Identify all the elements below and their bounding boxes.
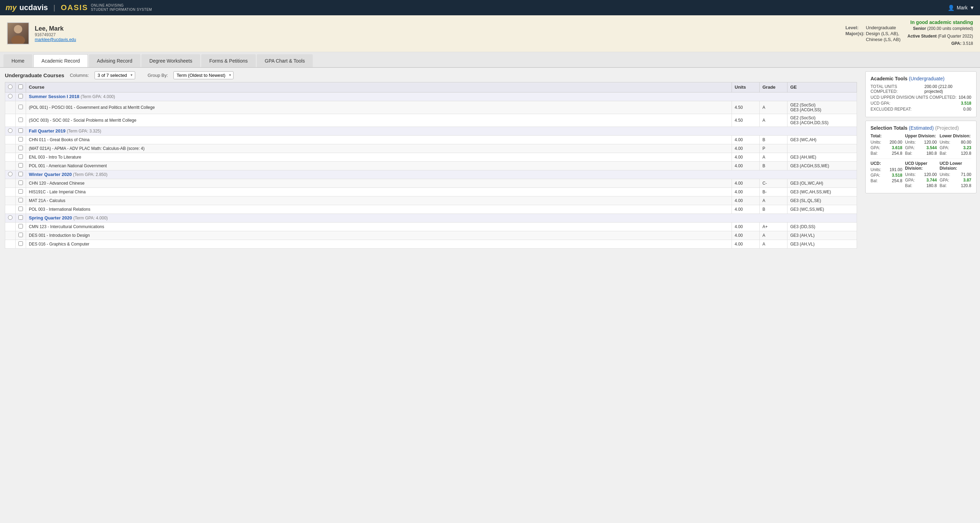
level-value: Undergraduate bbox=[866, 25, 901, 30]
course-check-cell bbox=[16, 239, 26, 248]
course-grade: B bbox=[760, 135, 788, 144]
ucd-lower-column: UCD Lower Division: Units:71.00 GPA:3.87… bbox=[940, 161, 971, 189]
course-grade: A bbox=[760, 231, 788, 239]
excluded-repeat-row: EXCLUDED REPEAT: 0.00 bbox=[870, 107, 971, 112]
term-radio[interactable] bbox=[8, 94, 13, 99]
course-radio-cell bbox=[5, 161, 16, 170]
table-row: (POL 001) - POSCI 001 - Government and P… bbox=[5, 101, 857, 114]
major-value2: Chinese (LS, AB) bbox=[866, 37, 901, 42]
course-radio-cell bbox=[5, 187, 16, 196]
course-units: 4.50 bbox=[732, 114, 760, 127]
course-checkbox[interactable] bbox=[18, 198, 23, 203]
course-name: CHN 120 - Advanced Chinese bbox=[26, 179, 732, 187]
course-check-cell bbox=[16, 153, 26, 161]
groupby-select-wrapper[interactable]: Term (Oldest to Newest) bbox=[173, 71, 234, 79]
course-radio-cell bbox=[5, 205, 16, 214]
course-checkbox[interactable] bbox=[18, 146, 23, 150]
radio-header bbox=[5, 82, 16, 92]
upper-div-label: UCD UPPER DIVISION UNITS COMPLETED: bbox=[870, 95, 956, 100]
term-check-cell bbox=[16, 170, 26, 179]
main-content: Undergraduate Courses Columns: 3 of 7 se… bbox=[0, 68, 980, 252]
term-radio[interactable] bbox=[8, 215, 13, 220]
course-ge: GE2 (SocSci)GE3 (ACGH,SS) bbox=[788, 101, 857, 114]
table-row: POL 001 - American National Government 4… bbox=[5, 161, 857, 170]
course-ge: GE3 (AH,VL) bbox=[788, 239, 857, 248]
course-grade: A bbox=[760, 114, 788, 127]
course-radio-cell bbox=[5, 231, 16, 239]
course-units: 4.00 bbox=[732, 161, 760, 170]
term-checkbox[interactable] bbox=[18, 128, 23, 133]
table-row: CHN 011 - Great Books of China 4.00 B GE… bbox=[5, 135, 857, 144]
term-check-cell bbox=[16, 127, 26, 135]
course-name: (MAT 021A) - APMA - ADV PLAC Math: Calcu… bbox=[26, 144, 732, 153]
course-checkbox[interactable] bbox=[18, 207, 23, 211]
tab-forms-petitions[interactable]: Forms & Petitions bbox=[201, 54, 255, 67]
table-row: MAT 21A - Calculus 4.00 A GE3 (SL,QL,SE) bbox=[5, 196, 857, 205]
columns-label: Columns: bbox=[70, 73, 89, 78]
course-checkbox[interactable] bbox=[18, 105, 23, 109]
tab-gpa-chart[interactable]: GPA Chart & Tools bbox=[257, 54, 313, 67]
term-checkbox[interactable] bbox=[18, 172, 23, 176]
course-radio-cell bbox=[5, 101, 16, 114]
standing-details: Senior (200.00 units completed) Active S… bbox=[907, 25, 973, 48]
ge-header: GE bbox=[788, 82, 857, 92]
course-grade: A bbox=[760, 239, 788, 248]
ucd-upper-header: UCD Upper Division: bbox=[905, 161, 937, 171]
course-radio-cell bbox=[5, 196, 16, 205]
ucd-header: UCD: bbox=[870, 161, 902, 166]
course-checkbox[interactable] bbox=[18, 189, 23, 194]
table-row: HIS191C - Late Imperial China 4.00 B- GE… bbox=[5, 187, 857, 196]
tab-academic-record[interactable]: Academic Record bbox=[33, 54, 88, 67]
gpa-row: UCD GPA: 3.518 bbox=[870, 101, 971, 106]
course-header: Course bbox=[26, 82, 732, 92]
total-units-value: 200.00 (212.00 projected) bbox=[924, 84, 971, 94]
student-email[interactable]: marklee@ucdavis.edu bbox=[35, 37, 825, 42]
academic-tools-title: Academic Tools (Undergraduate) bbox=[870, 76, 971, 81]
table-row: (SOC 003) - SOC 002 - Social Problems at… bbox=[5, 114, 857, 127]
controls-row: Undergraduate Courses Columns: 3 of 7 se… bbox=[5, 71, 857, 79]
user-dropdown-icon: ▼ bbox=[970, 5, 974, 10]
term-radio[interactable] bbox=[8, 128, 13, 133]
navigation-tabs: Home Academic Record Advising Record Deg… bbox=[0, 52, 980, 68]
tab-degree-worksheets[interactable]: Degree Worksheets bbox=[142, 54, 200, 67]
columns-select-wrapper[interactable]: 3 of 7 selected bbox=[94, 71, 135, 79]
tab-home[interactable]: Home bbox=[3, 54, 32, 67]
term-checkbox[interactable] bbox=[18, 94, 23, 99]
selection-totals-panel: Selection Totals (Estimated) (Projected)… bbox=[865, 121, 977, 193]
major-value1: Design (LS, AB), bbox=[866, 31, 901, 36]
standing-info: In good academic standing Senior (200.00… bbox=[907, 19, 973, 48]
course-checkbox[interactable] bbox=[18, 224, 23, 228]
term-checkbox[interactable] bbox=[18, 215, 23, 220]
course-checkbox[interactable] bbox=[18, 137, 23, 142]
course-checkbox[interactable] bbox=[18, 163, 23, 167]
course-checkbox[interactable] bbox=[18, 241, 23, 246]
level-label: Level: bbox=[845, 25, 865, 30]
course-checkbox[interactable] bbox=[18, 118, 23, 122]
table-row: (MAT 021A) - APMA - ADV PLAC Math: Calcu… bbox=[5, 144, 857, 153]
course-check-cell bbox=[16, 196, 26, 205]
logo-oasis: OASIS bbox=[61, 3, 88, 12]
course-checkbox[interactable] bbox=[18, 180, 23, 185]
course-grade: A bbox=[760, 153, 788, 161]
table-row: ENL 003 - Intro To Literature 4.00 A GE3… bbox=[5, 153, 857, 161]
course-check-cell bbox=[16, 161, 26, 170]
user-menu[interactable]: 👤 Mark ▼ bbox=[948, 5, 974, 11]
course-name: DES 016 - Graphics & Computer bbox=[26, 239, 732, 248]
total-units-label: TOTAL UNITS COMPLETED: bbox=[870, 84, 924, 94]
columns-select[interactable]: 3 of 7 selected bbox=[94, 71, 135, 79]
user-icon: 👤 bbox=[948, 5, 955, 11]
course-name: ENL 003 - Intro To Literature bbox=[26, 153, 732, 161]
groupby-select[interactable]: Term (Oldest to Newest) bbox=[173, 71, 234, 79]
tab-advising-record[interactable]: Advising Record bbox=[89, 54, 140, 67]
header-checkbox[interactable] bbox=[18, 85, 23, 89]
course-checkbox[interactable] bbox=[18, 233, 23, 237]
course-grade: A bbox=[760, 101, 788, 114]
course-name: CHN 011 - Great Books of China bbox=[26, 135, 732, 144]
course-check-cell bbox=[16, 135, 26, 144]
standing-text: In good academic standing bbox=[907, 19, 973, 25]
logo-ucdavis: ucdavis bbox=[19, 3, 48, 12]
term-radio[interactable] bbox=[8, 172, 13, 176]
course-checkbox[interactable] bbox=[18, 155, 23, 159]
header-radio[interactable] bbox=[8, 85, 13, 89]
course-check-cell bbox=[16, 222, 26, 231]
